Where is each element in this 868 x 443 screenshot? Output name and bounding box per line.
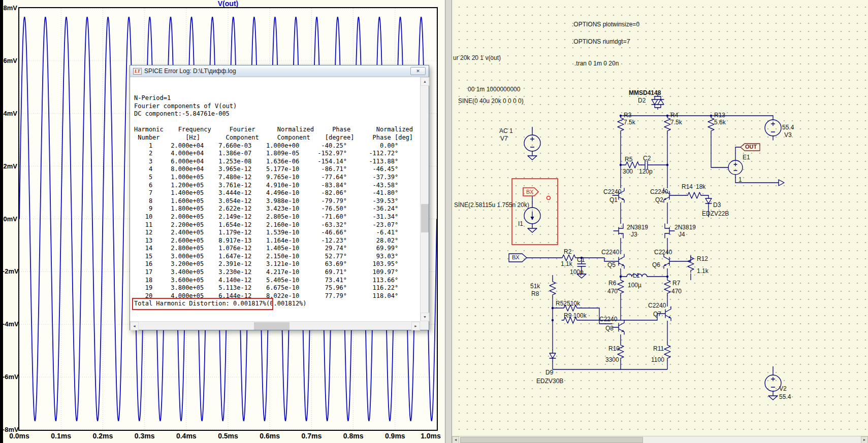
schematic-wires — [527, 94, 779, 371]
close-icon[interactable]: ✕ — [410, 67, 426, 75]
diode-D3 — [705, 195, 712, 207]
y-tick-label: 8mV — [3, 4, 17, 12]
schematic-label-r5-val: 300 — [623, 168, 633, 175]
transistor-Q6 — [664, 254, 676, 268]
x-tick-label: 0.5ms — [215, 432, 241, 440]
schematic-label-r13-val: 5.6k — [714, 119, 726, 126]
red-marker-dot — [547, 196, 551, 200]
schematic-label-r12-ref: R12 — [697, 255, 708, 262]
schematic-label-q1-model: C2240 — [603, 188, 621, 195]
y-tick-label: 6mV — [3, 57, 17, 65]
ground-symbol — [528, 228, 537, 232]
schematic-label-r4-ref: R4 — [670, 112, 678, 119]
schematic-label-j3-ref: J3 — [631, 231, 637, 238]
schematic-label-opt-plotwinsize: .OPTIONS plotwinsize=0 — [572, 21, 639, 28]
resistor-R7 — [664, 278, 670, 295]
schematic-label-r10-val: 3300 — [605, 356, 619, 363]
schematic-label-startup-cmd: 00 1m 1000000000 — [468, 86, 520, 93]
scroll-up-icon[interactable]: ▲ — [421, 77, 429, 86]
scroll-left-icon[interactable]: ◄ — [130, 322, 139, 330]
schematic-label-r52-label: R52510k — [556, 300, 580, 307]
schematic-canvas[interactable] — [452, 0, 868, 436]
schematic-symbols[interactable] — [509, 96, 784, 400]
schematic-label-r8-val: 51k — [530, 283, 540, 290]
voltage-source-V3 — [765, 116, 781, 140]
schematic-label-c1-ref: C1 — [577, 256, 585, 263]
schematic-label-e1-gain: 1 — [738, 176, 742, 183]
schematic-label-r7-val: 470 — [671, 288, 682, 295]
schematic-label-q7-ref: Q7 — [653, 311, 661, 318]
schematic-label-r6-val: 470 — [607, 288, 618, 295]
log-content[interactable]: N-Period=1 Fourier components of V(out) … — [130, 77, 420, 321]
schematic-label-q2-model: C2240 — [650, 188, 668, 195]
schematic-label-r11-val: 1100 — [651, 356, 664, 363]
dialog-horizontal-scrollbar[interactable]: ◄ ► — [130, 321, 420, 330]
y-tick-label: -2mV — [3, 267, 17, 276]
schematic-horizontal-scrollbar[interactable]: ◄ ► — [452, 436, 868, 443]
spice-error-log-dialog: LT SPICE Error Log: D:\LT\дифф.log ✕ N-P… — [130, 65, 429, 330]
schematic-label-r14-ref: R14 — [682, 183, 693, 190]
schematic-label-r10-ref: R10 — [608, 345, 620, 352]
schematic-label-j4-ref: J4 — [679, 231, 685, 238]
schematic-label-d9-model: EDZV30B — [536, 378, 563, 385]
x-tick-label: 0.1ms — [48, 432, 74, 440]
schematic-label-r2-ref: R2 — [564, 248, 571, 255]
scrollbar-thumb[interactable] — [421, 204, 429, 232]
schematic-label-r12-val: 1.1k — [697, 267, 709, 275]
schematic-label-d9-ref: D9 — [545, 369, 553, 376]
scroll-right-icon[interactable]: ► — [861, 436, 868, 443]
schematic-label-opt-numdgt: .OPTIONS numdgt=7 — [572, 38, 630, 45]
scroll-right-icon[interactable]: ► — [411, 322, 420, 330]
schematic-label-v7-sine: SINE(0 40u 20k 0 0 0 0) — [458, 97, 524, 105]
dialog-title: SPICE Error Log: D:\LT\дифф.log — [144, 67, 236, 75]
scrollbar-thumb[interactable] — [254, 322, 290, 330]
dialog-vertical-scrollbar[interactable]: ▲ ▼ — [420, 77, 429, 321]
ground-symbol — [768, 396, 778, 400]
x-tick-label: 0.3ms — [132, 432, 158, 440]
schematic-label-q8-model: C2240 — [599, 316, 617, 323]
schematic-label-l1-val: 100µ — [628, 282, 641, 289]
schematic-label-q6-ref: Q6 — [652, 261, 660, 268]
schematic-label-r4-val: 7.5k — [670, 119, 682, 126]
schematic-label-v7-ac: AC 1 — [499, 127, 513, 134]
schematic-label-r5-ref: R5 — [625, 156, 632, 163]
schematic-label-v7-ref: V7 — [500, 135, 508, 142]
thd-result: Total Harmonic Distortion: 0.001817%(0.0… — [134, 300, 420, 308]
resistor-R14 — [686, 192, 703, 198]
y-tick-label: 4mV — [3, 110, 17, 118]
window-divider — [445, 0, 452, 443]
schematic-label-d2-model: MMSD4148 — [629, 89, 661, 96]
schematic-label-j3-model: 2N3819 — [627, 224, 648, 231]
schematic-label-i1-ref: I1 — [518, 220, 523, 227]
resistor-R8 — [550, 280, 556, 297]
wire-arrow-icon — [779, 180, 784, 186]
schematic-label-d3-model: EDZV22B — [702, 210, 729, 217]
dialog-titlebar[interactable]: LT SPICE Error Log: D:\LT\дифф.log ✕ — [130, 65, 429, 77]
schematic-label-e1-ref: E1 — [743, 154, 750, 161]
x-tick-label: 1.0ms — [417, 432, 444, 440]
selection-highlight — [512, 179, 558, 245]
schematic-label-r14-val: 18k — [696, 183, 705, 190]
schematic-label-r3-ref: R3 — [624, 112, 631, 119]
schematic-label-r2-val: 1.1k — [561, 260, 572, 267]
y-tick-label: -6mV — [3, 373, 17, 381]
scrollbar-thumb[interactable] — [460, 437, 643, 443]
resistor-R13 — [708, 116, 714, 133]
scroll-down-icon[interactable]: ▼ — [421, 313, 429, 321]
schematic-label-v2-val: 55.4 — [779, 393, 791, 400]
x-tick-label: 0.9ms — [382, 432, 408, 440]
x-tick-label: 0.6ms — [256, 432, 283, 440]
resistor-R6 — [618, 278, 624, 295]
schematic-label-r8-ref: R8 — [531, 290, 539, 297]
schematic-label-q2-ref: Q2 — [655, 196, 663, 203]
resistor-R3 — [618, 116, 624, 133]
schematic-label-q1-ref: Q1 — [609, 196, 618, 203]
schematic-label-q8-ref: Q8 — [605, 325, 614, 332]
diode-D9 — [550, 350, 556, 361]
schematic-label-q7-model: C2240 — [648, 302, 666, 309]
schematic-label-q5-model: C2240 — [601, 249, 619, 256]
schematic-label-r6-ref: R6 — [608, 280, 616, 287]
resistor-R4 — [664, 116, 670, 133]
scroll-left-icon[interactable]: ◄ — [452, 436, 459, 443]
schematic-window: .OPTIONS plotwinsize=0.OPTIONS numdgt=7u… — [452, 0, 868, 443]
